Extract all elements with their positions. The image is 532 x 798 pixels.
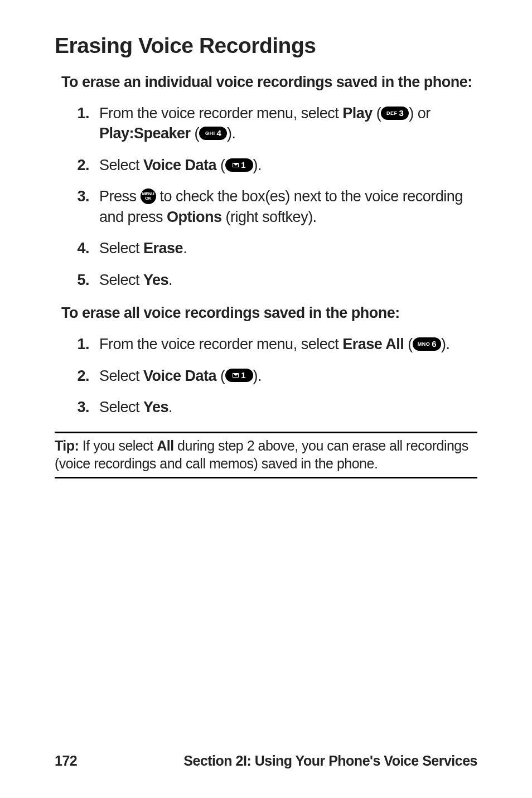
text: Select (99, 157, 143, 173)
key-def-3-icon: DEF3 (381, 107, 409, 120)
step-body: Select Erase. (99, 238, 477, 258)
list-item: 5. Select Yes. (55, 270, 477, 290)
step-number: 2. (71, 155, 99, 175)
step-number: 3. (71, 186, 99, 206)
bold-text: Play (342, 105, 373, 122)
text: Press (99, 188, 141, 205)
step-body: Press MENUOK to check the box(es) next t… (99, 186, 477, 227)
bold-text: Options (167, 209, 222, 225)
text: . (168, 399, 172, 415)
step-number: 5. (71, 270, 99, 290)
text: If you select (79, 438, 157, 453)
text: Select (99, 399, 143, 415)
section-1-list: 1. From the voice recorder menu, select … (55, 103, 477, 290)
key-mail-1-icon: 1 (225, 158, 253, 172)
text: ). (253, 367, 262, 384)
text: ( (191, 125, 200, 142)
tip-label: Tip: (55, 438, 79, 453)
step-body: Select Yes. (99, 397, 477, 417)
text: ( (216, 367, 225, 384)
list-item: 1. From the voice recorder menu, select … (55, 334, 477, 354)
section-2-list: 1. From the voice recorder menu, select … (55, 334, 477, 417)
section-1: To erase an individual voice recordings … (55, 74, 477, 290)
text: ). (253, 157, 262, 173)
step-body: Select Yes. (99, 270, 477, 290)
bold-text: Voice Data (143, 367, 216, 384)
text: ). (441, 336, 450, 352)
text: ). (227, 125, 236, 142)
page-footer: 172 Section 2I: Using Your Phone's Voice… (55, 753, 477, 769)
text: From the voice recorder menu, select (99, 105, 342, 122)
text: ( (216, 157, 225, 173)
step-body: From the voice recorder menu, select Pla… (99, 103, 477, 144)
bold-text: Erase (143, 240, 183, 257)
tip-box: Tip: If you select All during step 2 abo… (55, 432, 477, 478)
step-number: 3. (71, 397, 99, 417)
key-mno-6-icon: MNO6 (413, 337, 441, 351)
section-label: Section 2I: Using Your Phone's Voice Ser… (183, 753, 477, 769)
step-body: Select Voice Data (1). (99, 155, 477, 175)
list-item: 2. Select Voice Data (1). (55, 366, 477, 386)
list-item: 3. Press MENUOK to check the box(es) nex… (55, 186, 477, 227)
list-item: 2. Select Voice Data (1). (55, 155, 477, 175)
text: (right softkey). (222, 209, 317, 225)
step-number: 2. (71, 366, 99, 386)
page-number: 172 (55, 753, 77, 769)
text: ) or (409, 105, 431, 122)
bold-text: Erase All (342, 336, 404, 352)
bold-text: Yes (143, 399, 168, 415)
section-1-heading: To erase an individual voice recordings … (61, 74, 477, 91)
key-menu-ok-icon: MENUOK (141, 188, 156, 204)
text: . (168, 272, 172, 288)
step-number: 1. (71, 103, 99, 123)
text: ( (373, 105, 381, 122)
step-number: 4. (71, 238, 99, 258)
bold-text: Yes (143, 272, 168, 288)
bold-text: Voice Data (143, 157, 216, 173)
bold-text: All (157, 438, 173, 453)
step-number: 1. (71, 334, 99, 354)
text: . (183, 240, 187, 257)
key-mail-1-icon: 1 (225, 369, 253, 382)
text: ( (404, 336, 413, 352)
page-title: Erasing Voice Recordings (55, 33, 477, 58)
key-ghi-4-icon: GHI4 (199, 127, 227, 140)
text: Select (99, 240, 143, 257)
text: From the voice recorder menu, select (99, 336, 342, 352)
list-item: 4. Select Erase. (55, 238, 477, 258)
section-2-heading: To erase all voice recordings saved in t… (61, 304, 477, 322)
list-item: 1. From the voice recorder menu, select … (55, 103, 477, 144)
step-body: Select Voice Data (1). (99, 366, 477, 386)
section-2: To erase all voice recordings saved in t… (55, 304, 477, 417)
mail-icon (233, 163, 239, 167)
list-item: 3. Select Yes. (55, 397, 477, 417)
bold-text: Play:Speaker (99, 125, 191, 142)
text: Select (99, 272, 143, 288)
step-body: From the voice recorder menu, select Era… (99, 334, 477, 354)
mail-icon (233, 373, 239, 378)
text: Select (99, 367, 143, 384)
